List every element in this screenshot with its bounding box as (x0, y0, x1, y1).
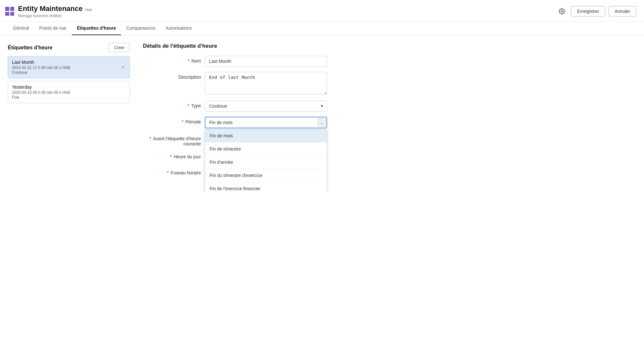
form-row-type: * Type Continue Fixe ▼ (143, 101, 636, 112)
settings-button[interactable] (556, 5, 568, 17)
list-item-type: Continue (12, 70, 126, 75)
right-panel: Détails de l'étiquette d'heure * Nom Des… (143, 43, 636, 184)
required-asterisk: * (170, 154, 172, 159)
header-left: Entity Maintenance vue Manage business e… (5, 5, 92, 18)
form-row-periode: * Période ⌄ Fin de mois Fin de trimestre… (143, 117, 636, 128)
tab-autorisations[interactable]: Autorisations (161, 22, 197, 35)
gear-icon (559, 8, 565, 15)
app-logo (5, 7, 14, 16)
tab-comparaisons[interactable]: Comparaisons (121, 22, 160, 35)
tab-general[interactable]: Général (8, 22, 34, 35)
dropdown-item[interactable]: Fin de l'exercice financier (205, 182, 327, 191)
dropdown-item[interactable]: Fin d'année (205, 156, 327, 169)
form-row-nom: * Nom (143, 56, 636, 67)
tab-bar: Général Points de vue Étiquettes d'heure… (0, 22, 644, 35)
list-item-close-button[interactable]: × (120, 64, 127, 71)
dropdown-item[interactable]: Fin de mois (205, 129, 327, 142)
nom-control (205, 56, 327, 67)
type-select-wrapper: Continue Fixe ▼ (205, 101, 327, 112)
list-item-date: 2024-01-31 17 h 00 min 00 s HNE (12, 65, 126, 70)
required-asterisk: * (149, 136, 151, 141)
cancel-button[interactable]: Annuler (609, 6, 636, 16)
calendar-icon: ⌄ (320, 120, 324, 125)
required-asterisk: * (188, 58, 189, 64)
list-item[interactable]: Last Month 2024-01-31 17 h 00 min 00 s H… (8, 56, 130, 78)
list-item-type: Fixe (12, 95, 126, 100)
header-subtitle: Manage business entities (18, 14, 92, 18)
tab-etiquettes[interactable]: Étiquettes d'heure (72, 22, 121, 35)
list-item[interactable]: Yesterday 2023-03-15 00 h 00 min 00 s HA… (8, 81, 130, 103)
nom-input[interactable] (205, 56, 327, 67)
list-item-name: Last Month (12, 60, 126, 65)
svg-point-0 (561, 11, 563, 12)
required-asterisk: * (167, 170, 168, 175)
required-asterisk: * (182, 119, 183, 124)
required-asterisk: * (188, 103, 189, 108)
header-title-block: Entity Maintenance vue Manage business e… (18, 5, 92, 18)
heure-label: * Heure du jour (143, 152, 201, 159)
header-actions: Enregistrer Annuler (556, 5, 636, 17)
periode-label: * Période (143, 117, 201, 124)
description-label: Description (143, 72, 201, 80)
periode-input[interactable] (205, 117, 327, 128)
list-item-date: 2023-03-15 00 h 00 min 00 s HAE (12, 90, 126, 95)
header-title: Entity Maintenance vue (18, 5, 92, 13)
main-content: Étiquettes d'heure Créer Last Month 2024… (0, 35, 644, 191)
detail-title: Détails de l'étiquette d'heure (143, 43, 636, 49)
type-select[interactable]: Continue Fixe (205, 101, 327, 112)
periode-calendar-button[interactable]: ⌄ (317, 118, 326, 127)
periode-input-wrapper: ⌄ (205, 117, 327, 128)
description-control (205, 72, 327, 95)
avant-label: * Avant l'étiquette d'heure courante (143, 133, 201, 146)
panel-header: Étiquettes d'heure Créer (8, 43, 130, 52)
app-badge: vue (85, 7, 92, 12)
app-header: Entity Maintenance vue Manage business e… (0, 0, 644, 22)
creer-button[interactable]: Créer (109, 43, 130, 52)
form-row-description: Description (143, 72, 636, 95)
periode-dropdown: Fin de mois Fin de trimestre Fin d'année… (205, 129, 327, 191)
list-item-name: Yesterday (12, 84, 126, 90)
periode-wrapper: ⌄ Fin de mois Fin de trimestre Fin d'ann… (205, 117, 327, 128)
fuseau-label: * Fuseau horaire (143, 168, 201, 175)
type-label: * Type (143, 101, 201, 108)
left-panel: Étiquettes d'heure Créer Last Month 2024… (8, 43, 130, 106)
nom-label: * Nom (143, 56, 201, 64)
save-button[interactable]: Enregistrer (571, 6, 605, 16)
dropdown-item[interactable]: Fin de trimestre (205, 142, 327, 156)
dropdown-item[interactable]: Fin du trimestre d'exercice (205, 169, 327, 182)
left-panel-title: Étiquettes d'heure (8, 45, 52, 51)
description-textarea[interactable] (205, 72, 327, 94)
tab-points-de-vue[interactable]: Points de vue (34, 22, 72, 35)
app-name: Entity Maintenance (18, 5, 82, 13)
